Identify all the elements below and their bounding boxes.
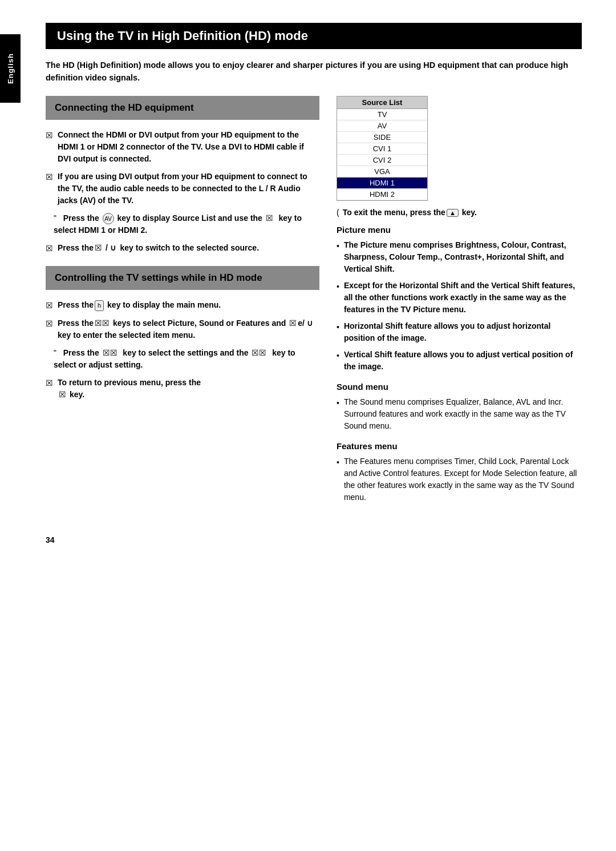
- controlling-quote1: " Press the ☒☒ key to select the setting…: [46, 347, 319, 371]
- press-the-label: Press the: [63, 213, 99, 223]
- cross-key-3: ☒☒: [252, 347, 266, 359]
- source-hdmi2: HDMI 2: [337, 189, 427, 200]
- controlling-item1: ☒ Press theh key to display the main men…: [46, 299, 319, 312]
- bullet-dot-6: •: [337, 457, 339, 469]
- connecting-quote1: " Press the AV key to display Source Lis…: [46, 212, 319, 236]
- picture-bullet-2-text: Except for the Horizontal Shift and the …: [344, 280, 582, 316]
- sidebar-text: English: [6, 53, 15, 84]
- controlling-section-header: Controlling the TV settings while in HD …: [46, 266, 319, 290]
- exit-menu-text: To exit the menu, press the▲ key.: [343, 208, 477, 217]
- bullet-dot-4: •: [337, 350, 339, 362]
- main-title: Using the TV in High Definition (HD) mod…: [57, 29, 570, 43]
- connecting-item1-text: Connect the HDMI or DVI output from your…: [58, 129, 319, 165]
- picture-menu-title: Picture menu: [337, 225, 582, 235]
- checkbox-icon-4: ☒: [46, 300, 53, 312]
- source-list-table: Source List TV AV SIDE CVI 1 CVI 2 VGA H…: [337, 96, 428, 201]
- page-container: English Using the TV in High Definition …: [0, 0, 616, 851]
- features-bullet-1: • The Features menu comprises Timer, Chi…: [337, 455, 582, 503]
- source-cvi1: CVI 1: [337, 143, 427, 155]
- source-av: AV: [337, 120, 427, 132]
- controlling-item3: ☒ To return to previous menu, press the …: [46, 377, 319, 401]
- main-title-bar: Using the TV in High Definition (HD) mod…: [46, 23, 582, 49]
- sound-bullet-1: • The Sound menu comprises Equalizer, Ba…: [337, 396, 582, 432]
- features-menu-title: Features menu: [337, 441, 582, 451]
- picture-bullet-3-text: Horizontal Shift feature allows you to a…: [344, 320, 582, 344]
- h-key-icon: h: [95, 300, 104, 311]
- source-tv: TV: [337, 109, 427, 120]
- bullet-dot-2: •: [337, 281, 339, 293]
- picture-bullet-1-text: The Picture menu comprises Brightness, C…: [344, 239, 582, 275]
- two-column-layout: Connecting the HD equipment ☒ Connect th…: [46, 96, 582, 513]
- connecting-item2-text: If you are using DVI output from your HD…: [58, 171, 319, 207]
- picture-bullet-1: • The Picture menu comprises Brightness,…: [337, 239, 582, 275]
- connecting-section-header: Connecting the HD equipment: [46, 96, 319, 120]
- picture-bullet-3: • Horizontal Shift feature allows you to…: [337, 320, 582, 344]
- source-vga: VGA: [337, 166, 427, 178]
- connecting-item3: ☒ Press the☒ / ∪ key to switch to the se…: [46, 242, 319, 255]
- quote-open-2: ": [54, 348, 61, 357]
- right-column: Source List TV AV SIDE CVI 1 CVI 2 VGA H…: [337, 96, 582, 513]
- sound-menu-bullets: • The Sound menu comprises Equalizer, Ba…: [337, 396, 582, 432]
- source-cvi2: CVI 2: [337, 155, 427, 166]
- quote-open: ": [54, 213, 61, 223]
- cross-key-icon: ☒: [266, 212, 273, 224]
- sound-menu-title: Sound menu: [337, 382, 582, 392]
- exit-key-icon: ▲: [447, 209, 459, 217]
- source-list-label: key to display Source List and use the: [117, 213, 264, 223]
- checkbox-icon-2: ☒: [46, 171, 53, 183]
- bullet-dot-1: •: [337, 240, 339, 252]
- connecting-item2: ☒ If you are using DVI output from your …: [46, 171, 319, 207]
- checkbox-icon-5: ☒: [46, 318, 53, 330]
- checkbox-icon-6: ☒: [46, 377, 53, 389]
- picture-bullet-4-text: Vertical Shift feature allows you to adj…: [344, 349, 582, 373]
- controlling-title: Controlling the TV settings while in HD …: [55, 272, 310, 284]
- checkbox-icon-1: ☒: [46, 130, 53, 142]
- picture-bullet-2: • Except for the Horizontal Shift and th…: [337, 280, 582, 316]
- connecting-title: Connecting the HD equipment: [55, 102, 310, 114]
- controlling-item1-text: Press theh key to display the main menu.: [58, 299, 221, 311]
- controlling-item2: ☒ Press the☒☒ keys to select Picture, So…: [46, 317, 319, 341]
- cross-key-2: ☒☒: [103, 347, 117, 359]
- left-column: Connecting the HD equipment ☒ Connect th…: [46, 96, 319, 513]
- sidebar-english-label: English: [0, 34, 21, 103]
- connecting-item1: ☒ Connect the HDMI or DVI output from yo…: [46, 129, 319, 165]
- features-menu-bullets: • The Features menu comprises Timer, Chi…: [337, 455, 582, 503]
- features-bullet-1-text: The Features menu comprises Timer, Child…: [344, 455, 582, 503]
- sound-bullet-1-text: The Sound menu comprises Equalizer, Bala…: [344, 396, 582, 432]
- checkbox-icon-3: ☒: [46, 243, 53, 255]
- select-settings-label: key to select the settings and the: [120, 348, 248, 357]
- source-hdmi1: HDMI 1: [337, 178, 427, 189]
- exit-menu-note: ( To exit the menu, press the▲ key.: [337, 208, 582, 217]
- source-list-header: Source List: [337, 96, 427, 109]
- press-the-label-2: Press the: [63, 348, 99, 357]
- controlling-section: Controlling the TV settings while in HD …: [46, 266, 319, 401]
- bullet-dot-3: •: [337, 321, 339, 333]
- controlling-item3-text: To return to previous menu, press the ☒ …: [58, 377, 201, 401]
- bullet-dot-5: •: [337, 397, 339, 409]
- page-number: 34: [46, 535, 582, 545]
- source-side: SIDE: [337, 132, 427, 143]
- picture-menu-bullets: • The Picture menu comprises Brightness,…: [337, 239, 582, 373]
- controlling-item2-text: Press the☒☒ keys to select Picture, Soun…: [58, 317, 319, 341]
- intro-paragraph: The HD (High Definition) mode allows you…: [46, 59, 582, 84]
- picture-bullet-4: • Vertical Shift feature allows you to a…: [337, 349, 582, 373]
- connecting-item3-text: Press the☒ / ∪ key to switch to the sele…: [58, 242, 259, 254]
- paren-open: (: [337, 208, 339, 217]
- av-key-icon: AV: [103, 213, 114, 224]
